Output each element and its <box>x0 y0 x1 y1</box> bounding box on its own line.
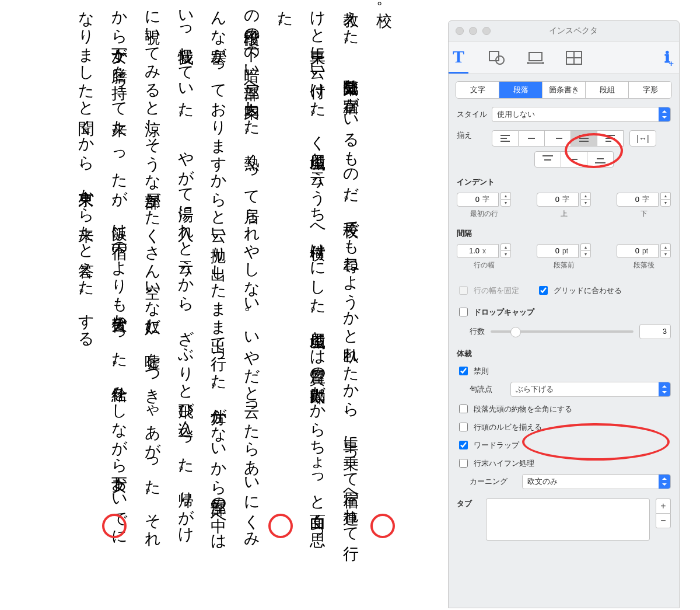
subtab-bar: 文字 段落 箇条書き 段組 字形 <box>456 81 672 99</box>
table-category-icon[interactable] <box>564 48 584 68</box>
dropdown-arrow-icon <box>659 475 670 489</box>
align-distribute-button[interactable]: |↔| <box>629 130 656 147</box>
info-icon[interactable]: ℹ+ <box>664 48 670 67</box>
valign-middle-button[interactable] <box>561 151 587 168</box>
line-width-input[interactable] <box>457 244 499 258</box>
tab-kajogaki[interactable]: 箇条書き <box>542 82 585 98</box>
tab-list[interactable] <box>486 499 650 541</box>
tab-moji[interactable]: 文字 <box>456 82 499 98</box>
align-label: 揃え <box>457 130 492 141</box>
align-justify-last-button[interactable] <box>597 130 624 147</box>
stepper[interactable]: ▴▾ <box>660 192 671 207</box>
stepper[interactable]: ▴▾ <box>501 243 511 258</box>
align-left-button[interactable] <box>492 130 519 147</box>
close-icon[interactable] <box>456 27 464 35</box>
valign-bottom-button[interactable] <box>587 151 614 168</box>
dropcap-slider[interactable] <box>491 330 634 333</box>
spacing-header: 間隔 <box>457 228 671 239</box>
stepper[interactable]: ▴▾ <box>660 243 671 258</box>
space-before-input[interactable] <box>537 244 579 258</box>
minimize-icon[interactable] <box>469 27 477 35</box>
wordwrap-checkbox[interactable] <box>459 441 468 449</box>
stepper[interactable]: ▴▾ <box>580 192 591 207</box>
format-header: 体裁 <box>457 348 671 359</box>
metrics-category-icon[interactable] <box>526 48 545 68</box>
stepper[interactable]: ▴▾ <box>501 192 511 207</box>
tab-header: タブ <box>457 499 480 509</box>
style-label: スタイル <box>457 109 492 120</box>
kinsoku-checkbox[interactable] <box>459 367 468 375</box>
category-row: T ℹ+ <box>449 41 679 74</box>
fix-line-width-checkbox <box>459 286 468 295</box>
tab-remove-button[interactable]: − <box>656 513 671 528</box>
tab-jikei[interactable]: 字形 <box>628 82 671 98</box>
titlebar: インスペクタ <box>449 21 679 41</box>
svg-rect-0 <box>489 51 499 61</box>
align-right-button[interactable] <box>545 130 571 147</box>
valign-top-button[interactable] <box>534 151 561 168</box>
indent-first-input[interactable] <box>457 193 499 207</box>
space-after-input[interactable] <box>617 244 659 258</box>
align-justify-button[interactable] <box>571 130 597 147</box>
tab-add-button[interactable]: + <box>656 499 671 513</box>
text-category-icon[interactable]: T <box>449 41 468 74</box>
fullwidth-checkbox[interactable] <box>459 405 468 413</box>
dropcap-checkbox[interactable] <box>459 308 468 316</box>
kerning-label: カーニング <box>470 476 522 487</box>
zoom-icon[interactable] <box>482 27 491 35</box>
dropdown-arrow-icon <box>659 382 670 396</box>
ruby-checkbox[interactable] <box>459 423 468 431</box>
svg-rect-2 <box>529 53 542 61</box>
tab-danraku[interactable]: 段落 <box>499 82 542 98</box>
dropcap-lines-label: 行数 <box>470 326 485 337</box>
style-select[interactable]: 使用しない <box>492 107 671 122</box>
inspector-title: インスペクタ <box>491 26 656 36</box>
indent-top-input[interactable] <box>537 193 579 207</box>
punct-label: 句読点 <box>470 384 510 395</box>
align-center-button[interactable] <box>519 130 545 147</box>
dropdown-arrow-icon <box>659 107 670 121</box>
stepper[interactable]: ▴▾ <box>580 243 591 258</box>
hyphen-checkbox[interactable] <box>459 459 468 468</box>
punct-select[interactable]: ぶら下げる <box>510 382 671 397</box>
grid-align-checkbox[interactable] <box>539 286 548 295</box>
shape-category-icon[interactable] <box>487 48 507 68</box>
inspector-panel: インスペクタ T ℹ+ 文字 段落 箇条書き 段組 字形 スタイル 使用しない <box>448 20 680 608</box>
indent-header: インデント <box>457 177 671 187</box>
kerning-select[interactable]: 欧文のみ <box>522 474 671 489</box>
tab-dangumi[interactable]: 段組 <box>585 82 628 98</box>
document-text[interactable]: 校。 教えた。 随分気楽な宿直がいるものだ。校長でも尋ねようかと臥れたから、車に… <box>0 0 484 543</box>
indent-bottom-input[interactable] <box>617 193 659 207</box>
dropcap-lines-input[interactable] <box>639 324 671 339</box>
